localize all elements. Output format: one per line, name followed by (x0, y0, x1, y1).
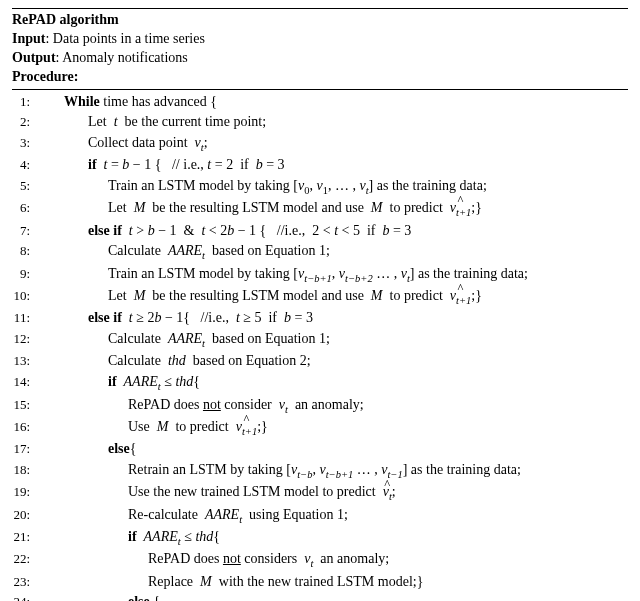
line-content: While time has advanced { (36, 92, 217, 113)
code-line: 10:Let M be the resulting LSTM model and… (12, 286, 628, 308)
line-number: 12: (12, 329, 36, 348)
line-number: 18: (12, 460, 36, 479)
line-number: 21: (12, 527, 36, 546)
line-content: else if t > b − 1 & t < 2b − 1 { //i.e.,… (36, 221, 411, 242)
procedure-label: Procedure: (12, 69, 78, 84)
line-content: Let t be the current time point; (36, 112, 266, 133)
code-line: 6:Let M be the resulting LSTM model and … (12, 198, 628, 220)
line-number: 1: (12, 92, 36, 111)
line-number: 19: (12, 482, 36, 501)
line-content: if AAREt ≤ thd{ (36, 527, 220, 549)
code-line: 7:else if t > b − 1 & t < 2b − 1 { //i.e… (12, 221, 628, 242)
output-label: Output (12, 50, 56, 65)
line-content: Train an LSTM model by taking [vt−b+1, v… (36, 264, 528, 286)
line-content: Use the new trained LSTM model to predic… (36, 482, 396, 504)
code-line: 1:While time has advanced { (12, 92, 628, 113)
algorithm-procedure-line: Procedure: (12, 68, 628, 87)
code-line: 16:Use M to predict vt+1;} (12, 417, 628, 439)
line-number: 9: (12, 264, 36, 283)
line-content: Collect data point vt; (36, 133, 208, 155)
code-line: 24:else { (12, 592, 628, 601)
code-line: 21:if AAREt ≤ thd{ (12, 527, 628, 549)
algorithm-header: RePAD algorithm Input: Data points in a … (12, 9, 628, 89)
line-number: 20: (12, 505, 36, 524)
code-line: 20:Re-calculate AAREt using Equation 1; (12, 505, 628, 527)
code-line: 3:Collect data point vt; (12, 133, 628, 155)
algorithm-title-text: RePAD algorithm (12, 12, 119, 27)
line-number: 4: (12, 155, 36, 174)
code-line: 8:Calculate AAREt based on Equation 1; (12, 241, 628, 263)
line-number: 24: (12, 592, 36, 601)
algorithm-body: 1:While time has advanced {2:Let t be th… (12, 90, 628, 601)
line-content: RePAD does not consider vt an anomaly; (36, 395, 364, 417)
line-content: Replace M with the new trained LSTM mode… (36, 572, 423, 593)
line-number: 2: (12, 112, 36, 131)
line-number: 14: (12, 372, 36, 391)
algorithm-box: RePAD algorithm Input: Data points in a … (12, 8, 628, 601)
code-line: 12:Calculate AAREt based on Equation 1; (12, 329, 628, 351)
input-text: : Data points in a time series (45, 31, 204, 46)
line-number: 8: (12, 241, 36, 260)
line-number: 5: (12, 176, 36, 195)
input-label: Input (12, 31, 45, 46)
line-number: 23: (12, 572, 36, 591)
line-number: 17: (12, 439, 36, 458)
code-line: 19:Use the new trained LSTM model to pre… (12, 482, 628, 504)
code-line: 13:Calculate thd based on Equation 2; (12, 351, 628, 372)
line-number: 22: (12, 549, 36, 568)
code-line: 4:if t = b − 1 { // i.e., t = 2 if b = 3 (12, 155, 628, 176)
line-number: 16: (12, 417, 36, 436)
line-content: Let M be the resulting LSTM model and us… (36, 286, 482, 308)
line-content: else{ (36, 439, 137, 460)
line-content: Calculate AAREt based on Equation 1; (36, 329, 330, 351)
algorithm-input-line: Input: Data points in a time series (12, 30, 628, 49)
code-line: 2:Let t be the current time point; (12, 112, 628, 133)
line-content: RePAD does not considers vt an anomaly; (36, 549, 389, 571)
line-number: 6: (12, 198, 36, 217)
line-content: else if t ≥ 2b − 1{ //i.e., t ≥ 5 if b =… (36, 308, 313, 329)
line-content: Calculate AAREt based on Equation 1; (36, 241, 330, 263)
line-content: Use M to predict vt+1;} (36, 417, 268, 439)
line-number: 10: (12, 286, 36, 305)
code-line: 17:else{ (12, 439, 628, 460)
code-line: 23:Replace M with the new trained LSTM m… (12, 572, 628, 593)
line-content: if t = b − 1 { // i.e., t = 2 if b = 3 (36, 155, 285, 176)
line-content: else { (36, 592, 160, 601)
code-line: 9:Train an LSTM model by taking [vt−b+1,… (12, 264, 628, 286)
line-content: Train an LSTM model by taking [v0, v1, …… (36, 176, 487, 198)
code-line: 18:Retrain an LSTM by taking [vt−b, vt−b… (12, 460, 628, 482)
line-content: if AAREt ≤ thd{ (36, 372, 200, 394)
line-number: 11: (12, 308, 36, 327)
line-number: 3: (12, 133, 36, 152)
line-content: Retrain an LSTM by taking [vt−b, vt−b+1 … (36, 460, 521, 482)
code-line: 11:else if t ≥ 2b − 1{ //i.e., t ≥ 5 if … (12, 308, 628, 329)
line-number: 7: (12, 221, 36, 240)
code-line: 5:Train an LSTM model by taking [v0, v1,… (12, 176, 628, 198)
line-number: 13: (12, 351, 36, 370)
line-number: 15: (12, 395, 36, 414)
code-line: 22:RePAD does not considers vt an anomal… (12, 549, 628, 571)
algorithm-title: RePAD algorithm (12, 11, 628, 30)
output-text: : Anomaly notifications (56, 50, 188, 65)
line-content: Let M be the resulting LSTM model and us… (36, 198, 482, 220)
line-content: Calculate thd based on Equation 2; (36, 351, 311, 372)
line-content: Re-calculate AAREt using Equation 1; (36, 505, 348, 527)
algorithm-output-line: Output: Anomaly notifications (12, 49, 628, 68)
code-line: 15:RePAD does not consider vt an anomaly… (12, 395, 628, 417)
code-line: 14:if AAREt ≤ thd{ (12, 372, 628, 394)
